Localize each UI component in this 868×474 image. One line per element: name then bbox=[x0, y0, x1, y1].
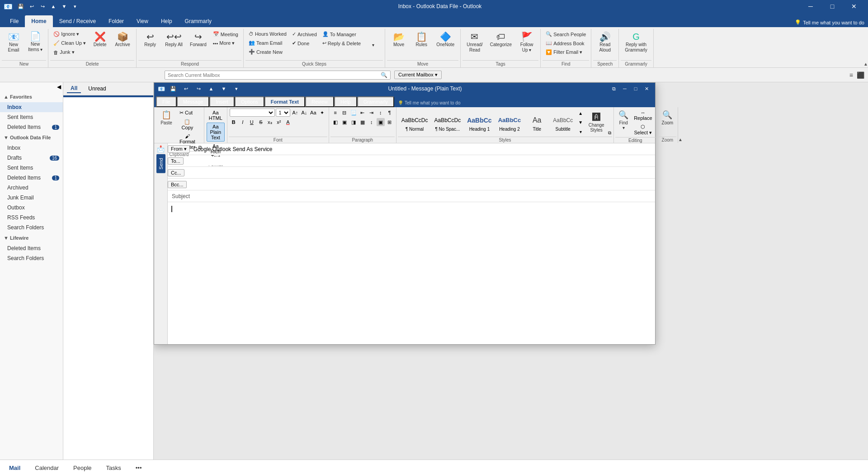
hours-worked-btn[interactable]: ⏱ Hours Worked bbox=[246, 30, 289, 38]
paste-btn[interactable]: 📋 Paste bbox=[156, 109, 176, 127]
read-aloud-btn[interactable]: 🔊 ReadAloud bbox=[594, 30, 616, 55]
to-btn[interactable]: To... bbox=[168, 157, 184, 165]
styles-expand-btn[interactable]: ⧉ bbox=[608, 130, 611, 136]
send-btn[interactable]: Send bbox=[156, 154, 165, 173]
sidebar-item-archived[interactable]: Archived bbox=[0, 183, 63, 193]
cc-input[interactable] bbox=[186, 168, 655, 177]
sidebar-item-search-folders[interactable]: Search Folders bbox=[0, 223, 63, 232]
select-btn[interactable]: ⬡ Select ▾ bbox=[632, 123, 654, 137]
align-center-btn[interactable]: ▣ bbox=[340, 118, 349, 126]
compose-close-btn[interactable]: ✕ bbox=[642, 85, 651, 93]
sidebar-item-outbox[interactable]: Outbox bbox=[0, 203, 63, 213]
line-spacing-btn[interactable]: ↕ bbox=[368, 118, 376, 126]
bcc-input[interactable] bbox=[189, 180, 655, 189]
strikethrough-btn[interactable]: S bbox=[257, 118, 265, 126]
meeting-btn[interactable]: 📅 Meeting bbox=[211, 30, 241, 38]
compose-tab-format-text[interactable]: Format Text bbox=[264, 96, 305, 107]
borders-btn[interactable]: ⊞ bbox=[386, 118, 394, 126]
compose-up-btn[interactable]: ▲ bbox=[207, 84, 216, 93]
style-normal[interactable]: AaBbCcDc ¶ Normal bbox=[399, 113, 431, 133]
sidebar-item-inbox-favorites[interactable]: Inbox bbox=[0, 102, 63, 112]
numbering-btn[interactable]: ⊟ bbox=[340, 109, 349, 117]
to-manager-btn[interactable]: 👤 To Manager bbox=[320, 30, 363, 38]
more-respond-btn[interactable]: ••• More ▾ bbox=[211, 39, 241, 47]
font-grow-btn[interactable]: A↑ bbox=[291, 109, 299, 117]
compose-popout-btn[interactable]: ⧉ bbox=[609, 85, 619, 93]
shading-btn[interactable]: ▣ bbox=[377, 118, 385, 126]
compose-more-qat-btn[interactable]: ▾ bbox=[232, 84, 241, 93]
clear-format-btn[interactable]: ✦ bbox=[318, 109, 326, 117]
sidebar-item-drafts[interactable]: Drafts 16 bbox=[0, 153, 63, 163]
zoom-btn[interactable]: 🔍 Zoom bbox=[660, 109, 676, 127]
subscript-btn[interactable]: x₂ bbox=[266, 118, 274, 126]
reply-with-grammarly-btn[interactable]: G Reply withGrammarly bbox=[622, 30, 650, 55]
new-email-btn[interactable]: 📧 NewEmail bbox=[3, 30, 24, 55]
compose-tab-review[interactable]: Review bbox=[305, 96, 334, 107]
decrease-indent-btn[interactable]: ⇤ bbox=[359, 109, 367, 117]
qat-undo-btn[interactable]: ↩ bbox=[27, 2, 36, 11]
sidebar-item-rss[interactable]: RSS Feeds bbox=[0, 213, 63, 223]
compose-tab-grammarly[interactable]: Grammarly bbox=[357, 96, 394, 107]
follow-up-btn[interactable]: 🚩 FollowUp ▾ bbox=[516, 30, 538, 55]
compose-body[interactable] bbox=[168, 202, 655, 344]
nav-mail[interactable]: Mail bbox=[5, 463, 24, 473]
archive-btn[interactable]: 📦 Archive bbox=[112, 30, 133, 50]
bcc-btn[interactable]: Bcc... bbox=[168, 181, 187, 188]
style-heading1[interactable]: AaBbCc Heading 1 bbox=[464, 113, 494, 133]
compose-save-btn[interactable]: 💾 bbox=[169, 84, 178, 93]
style-subtitle[interactable]: AaBbCc Subtitle bbox=[550, 113, 576, 133]
qat-more-btn[interactable]: ▾ bbox=[71, 2, 80, 11]
compose-tab-help[interactable]: Help bbox=[334, 96, 357, 107]
sidebar-collapse-btn[interactable]: ◀ bbox=[57, 84, 61, 90]
compose-ribbon-collapse-btn[interactable]: ▲ bbox=[678, 137, 683, 142]
tell-me-bar[interactable]: 💡 Tell me what you want to do bbox=[791, 18, 868, 27]
reply-delete-btn[interactable]: ↩ Reply & Delete bbox=[320, 39, 363, 47]
style-heading2[interactable]: AaBbCc Heading 2 bbox=[495, 113, 524, 133]
ignore-btn[interactable]: 🚫 Ignore ▾ bbox=[51, 30, 88, 38]
font-case-btn[interactable]: Aa bbox=[309, 109, 317, 117]
move-btn[interactable]: 📂 Move bbox=[388, 30, 410, 50]
align-left-btn[interactable]: ◧ bbox=[331, 118, 340, 126]
tab-view[interactable]: View bbox=[130, 15, 155, 27]
underline-btn[interactable]: U bbox=[248, 118, 256, 126]
compose-maximize-btn[interactable]: □ bbox=[631, 85, 641, 93]
search-people-btn[interactable]: 🔍 Search People bbox=[543, 30, 588, 38]
sidebar-item-sent[interactable]: Sent Items bbox=[0, 163, 63, 173]
forward-btn[interactable]: ↪ Forward bbox=[187, 30, 210, 50]
compose-undo-btn[interactable]: ↩ bbox=[181, 84, 190, 93]
change-styles-btn[interactable]: 🅰 ChangeStyles bbox=[585, 111, 607, 134]
tab-unread[interactable]: Unread bbox=[85, 85, 109, 93]
sidebar-item-lifewire-deleted[interactable]: Deleted Items bbox=[0, 243, 63, 253]
sidebar-item-deleted-favorites[interactable]: Deleted Items 1 bbox=[0, 122, 63, 132]
compose-down-btn[interactable]: ▼ bbox=[219, 84, 228, 93]
styles-down-btn[interactable]: ▼ bbox=[578, 120, 583, 125]
filter-btn[interactable]: ⬛ bbox=[857, 71, 864, 79]
rules-btn[interactable]: 📋 Rules bbox=[410, 30, 432, 50]
sidebar-outlook-header[interactable]: ▼ Outlook Data File bbox=[0, 132, 63, 143]
qat-redo-btn[interactable]: ↪ bbox=[38, 2, 47, 11]
unread-read-btn[interactable]: ✉ Unread/Read bbox=[463, 30, 486, 55]
multi-level-btn[interactable]: 📃 bbox=[349, 109, 358, 117]
sidebar-lifewire-header[interactable]: ▼ Lifewire bbox=[0, 232, 63, 243]
close-btn[interactable]: ✕ bbox=[844, 0, 864, 13]
reply-btn[interactable]: ↩ Reply bbox=[139, 30, 161, 50]
plain-text-btn[interactable]: Aa Plain Text bbox=[207, 123, 225, 142]
compose-redo-btn[interactable]: ↪ bbox=[194, 84, 203, 93]
para-marks-btn[interactable]: ¶ bbox=[386, 109, 394, 117]
search-input[interactable] bbox=[168, 72, 381, 78]
current-mailbox-btn[interactable]: Current Mailbox ▾ bbox=[394, 71, 442, 79]
maximize-btn[interactable]: □ bbox=[822, 0, 843, 13]
ribbon-collapse-btn[interactable]: ▲ bbox=[863, 62, 868, 66]
sidebar-item-sent-favorites[interactable]: Sent Items bbox=[0, 112, 63, 122]
search-box[interactable]: 🔍 bbox=[165, 71, 391, 80]
categorize-btn[interactable]: 🏷 Categorize bbox=[487, 30, 515, 50]
copy-btn[interactable]: 📋 Copy bbox=[177, 118, 198, 132]
tab-file[interactable]: File bbox=[4, 15, 25, 27]
clean-up-btn[interactable]: 🧹 Clean Up ▾ bbox=[51, 39, 88, 47]
reply-all-btn[interactable]: ↩↩ Reply All bbox=[162, 30, 186, 50]
increase-indent-btn[interactable]: ⇥ bbox=[368, 109, 376, 117]
quicksteps-expand-btn[interactable]: ▾ bbox=[364, 41, 382, 49]
justify-btn[interactable]: ▦ bbox=[359, 118, 367, 126]
sidebar-item-inbox[interactable]: Inbox bbox=[0, 143, 63, 153]
team-email-btn[interactable]: 👥 Team Email bbox=[246, 38, 289, 47]
